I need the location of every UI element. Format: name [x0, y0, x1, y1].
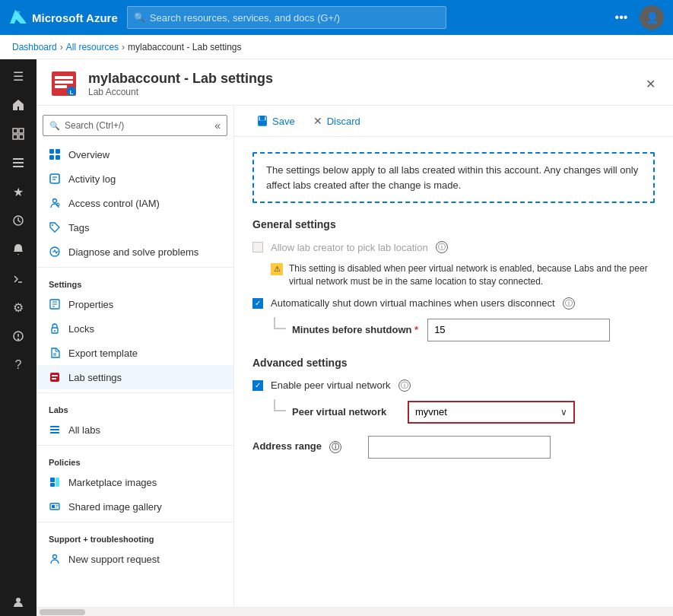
enable-peer-network-checkbox[interactable] — [252, 380, 263, 391]
allow-lab-creator-info-icon[interactable]: ⓘ — [436, 241, 448, 253]
rail-settings-icon[interactable]: ⚙ — [3, 294, 33, 321]
enable-peer-network-label: Enable peer virtual network — [271, 379, 391, 391]
export-template-icon — [49, 347, 61, 359]
search-icon: 🔍 — [134, 12, 145, 23]
settings-body: The settings below apply to all labs cre… — [234, 137, 673, 486]
support-request-icon — [49, 553, 61, 565]
search-placeholder: Search resources, services, and docs (G+… — [150, 12, 340, 24]
peer-label: Peer virtual network — [292, 406, 398, 418]
sidebar-item-lab-settings[interactable]: Lab settings — [37, 365, 233, 389]
svg-text:L: L — [70, 89, 74, 96]
address-range-info-icon[interactable]: ⓘ — [329, 440, 341, 452]
sidebar-label-export-template: Export template — [68, 348, 138, 359]
svg-rect-40 — [50, 373, 59, 382]
bottom-scrollbar[interactable] — [37, 607, 673, 616]
discard-button[interactable]: ✕ Discard — [306, 112, 368, 130]
sidebar-item-shared-image-gallery[interactable]: Shared image gallery — [37, 494, 233, 519]
sidebar-item-all-labs[interactable]: All labs — [37, 418, 233, 442]
icon-rail: ☰ ★ — [0, 59, 37, 616]
svg-rect-3 — [19, 129, 24, 133]
activity-log-icon — [49, 173, 61, 185]
sidebar-item-locks[interactable]: Locks — [37, 316, 233, 341]
enable-peer-network-info-icon[interactable]: ⓘ — [398, 379, 411, 392]
sidebar-search-placeholder: Search (Ctrl+/) — [65, 120, 124, 131]
warning-icon: ⚠ — [271, 263, 283, 275]
sidebar-label-lab-settings: Lab settings — [68, 372, 122, 383]
resource-icon: L — [49, 68, 79, 99]
top-navigation: Microsoft Azure 🔍 Search resources, serv… — [0, 0, 673, 35]
rail-favorites-icon[interactable]: ★ — [3, 178, 33, 205]
svg-rect-16 — [55, 81, 73, 84]
allow-lab-creator-checkbox[interactable] — [252, 242, 263, 252]
svg-rect-5 — [19, 135, 24, 139]
user-avatar[interactable]: 👤 — [640, 5, 664, 30]
svg-rect-44 — [50, 429, 59, 430]
sidebar-item-properties[interactable]: Properties — [37, 292, 233, 316]
sidebar-divider-1 — [37, 267, 233, 268]
rail-notifications-icon[interactable] — [3, 236, 33, 263]
allow-lab-creator-row: Allow lab creator to pick lab location ⓘ — [252, 241, 655, 253]
sidebar-label-locks: Locks — [68, 323, 94, 335]
minutes-input[interactable] — [427, 319, 610, 341]
minutes-content: Minutes before shutdown * — [292, 319, 610, 341]
sidebar-label-overview: Overview — [68, 149, 110, 160]
sidebar-item-tags[interactable]: Tags — [37, 215, 233, 240]
brand-name: Microsoft Azure — [32, 11, 118, 24]
svg-rect-7 — [13, 162, 24, 164]
rail-home-icon[interactable] — [3, 91, 33, 119]
rail-recent-icon[interactable] — [3, 207, 33, 234]
address-range-input[interactable] — [368, 436, 551, 459]
azure-icon — [9, 8, 27, 27]
rail-dashboard-icon[interactable] — [3, 120, 33, 148]
peer-network-value: myvnet — [415, 406, 447, 418]
sidebar-label-properties: Properties — [68, 299, 113, 310]
svg-rect-8 — [13, 166, 24, 167]
sidebar-item-marketplace-images[interactable]: Marketplace images — [37, 470, 233, 494]
auto-shutdown-checkbox[interactable] — [252, 298, 263, 309]
sidebar-item-new-support-request[interactable]: New support request — [37, 547, 233, 571]
rail-menu-icon[interactable]: ☰ — [3, 62, 33, 90]
svg-rect-51 — [56, 505, 59, 506]
sidebar-label-activity-log: Activity log — [68, 173, 116, 185]
sidebar-divider-3 — [37, 445, 233, 446]
sidebar-divider-4 — [37, 522, 233, 522]
general-settings-title: General settings — [252, 218, 655, 230]
enable-peer-network-row: Enable peer virtual network ⓘ — [252, 379, 655, 392]
save-button[interactable]: Save — [249, 113, 303, 130]
peer-network-dropdown[interactable]: myvnet ∨ — [408, 401, 575, 424]
labs-section-label: Labs — [37, 396, 233, 418]
sidebar-item-export-template[interactable]: Export template — [37, 341, 233, 365]
rail-user-icon[interactable] — [3, 589, 33, 616]
ellipsis-button[interactable]: ••• — [609, 5, 633, 30]
sidebar-item-activity-log[interactable]: Activity log — [37, 167, 233, 191]
settings-section-label: Settings — [37, 271, 233, 292]
sidebar-search[interactable]: 🔍 Search (Ctrl+/) « — [43, 115, 227, 136]
global-search[interactable]: 🔍 Search resources, services, and docs (… — [127, 6, 446, 29]
breadcrumb-all-resources[interactable]: All resources — [66, 42, 119, 52]
main-layout: ☰ ★ — [0, 59, 673, 616]
svg-point-27 — [53, 199, 57, 203]
breadcrumb-dashboard[interactable]: Dashboard — [12, 42, 57, 52]
rail-cloud-shell-icon[interactable] — [3, 265, 33, 292]
auto-shutdown-info-icon[interactable]: ⓘ — [563, 297, 575, 310]
sidebar-item-diagnose[interactable]: Diagnose and solve problems — [37, 240, 233, 264]
breadcrumb-sep-1: › — [60, 42, 63, 52]
sidebar-navigation: 🔍 Search (Ctrl+/) « Overview — [37, 106, 234, 607]
rail-services-icon[interactable] — [3, 149, 33, 176]
sidebar-item-overview[interactable]: Overview — [37, 142, 233, 167]
svg-rect-2 — [13, 129, 17, 133]
rail-help-icon[interactable]: ? — [3, 351, 33, 379]
svg-point-53 — [53, 555, 57, 559]
diagnose-icon — [49, 246, 61, 258]
svg-point-37 — [54, 330, 56, 332]
rail-feedback-icon[interactable] — [3, 322, 33, 350]
close-button[interactable]: ✕ — [640, 73, 661, 94]
svg-rect-41 — [52, 375, 58, 376]
svg-rect-56 — [259, 121, 266, 125]
svg-rect-4 — [13, 135, 17, 139]
properties-icon — [49, 298, 61, 310]
sidebar-item-access-control[interactable]: Access control (IAM) — [37, 191, 233, 215]
resource-title: mylabaccount - Lab settings — [88, 71, 630, 87]
svg-rect-45 — [50, 432, 59, 433]
sidebar-collapse-button[interactable]: « — [214, 119, 221, 132]
